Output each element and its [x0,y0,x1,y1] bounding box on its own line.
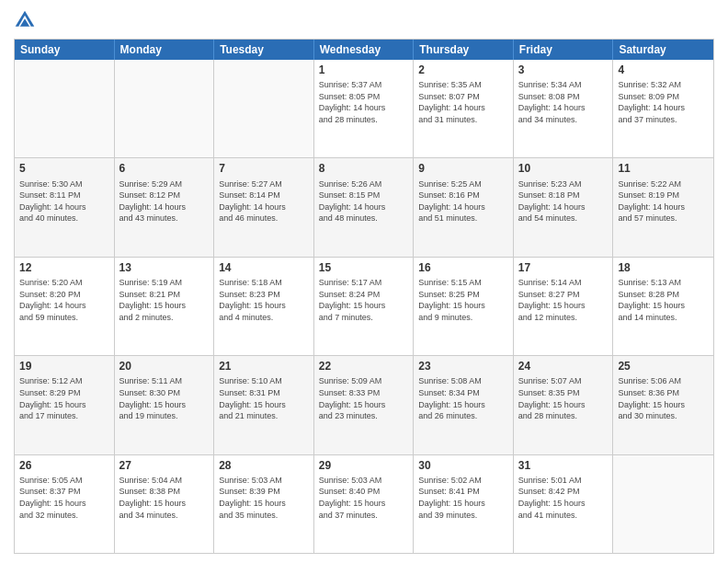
cell-info: Sunrise: 5:34 AM Sunset: 8:08 PM Dayligh… [518,79,609,125]
day-cell-21: 21Sunrise: 5:10 AM Sunset: 8:31 PM Dayli… [214,356,314,454]
day-number: 31 [518,458,609,473]
day-number: 20 [119,359,210,373]
cell-info: Sunrise: 5:30 AM Sunset: 8:11 PM Dayligh… [19,178,109,224]
cell-info: Sunrise: 5:11 AM Sunset: 8:30 PM Dayligh… [119,375,210,421]
calendar-row-3: 12Sunrise: 5:20 AM Sunset: 8:20 PM Dayli… [15,257,713,355]
day-number: 8 [319,161,409,176]
day-cell-1: 1Sunrise: 5:37 AM Sunset: 8:05 PM Daylig… [314,60,415,157]
cell-info: Sunrise: 5:02 AM Sunset: 8:41 PM Dayligh… [418,475,508,521]
cell-info: Sunrise: 5:17 AM Sunset: 8:24 PM Dayligh… [319,277,409,323]
day-number: 6 [119,161,210,176]
calendar-row-4: 19Sunrise: 5:12 AM Sunset: 8:29 PM Dayli… [15,355,713,454]
day-number: 15 [319,260,409,275]
day-number: 13 [119,260,210,275]
cell-info: Sunrise: 5:37 AM Sunset: 8:05 PM Dayligh… [319,79,409,125]
day-number: 17 [518,260,609,275]
cell-info: Sunrise: 5:32 AM Sunset: 8:09 PM Dayligh… [618,79,709,125]
day-number: 30 [418,458,508,473]
day-number: 14 [219,260,309,275]
header-monday: Monday [115,40,215,60]
day-number: 23 [418,359,508,373]
empty-cell [613,455,713,553]
day-cell-13: 13Sunrise: 5:19 AM Sunset: 8:21 PM Dayli… [115,258,215,355]
day-number: 26 [19,458,109,473]
header-tuesday: Tuesday [214,40,314,60]
day-number: 28 [219,458,309,473]
day-cell-31: 31Sunrise: 5:01 AM Sunset: 8:42 PM Dayli… [514,455,614,553]
header [14,9,714,31]
header-saturday: Saturday [613,40,713,60]
cell-info: Sunrise: 5:10 AM Sunset: 8:31 PM Dayligh… [219,375,309,421]
cell-info: Sunrise: 5:15 AM Sunset: 8:25 PM Dayligh… [418,277,508,323]
day-cell-23: 23Sunrise: 5:08 AM Sunset: 8:34 PM Dayli… [414,356,514,454]
day-cell-22: 22Sunrise: 5:09 AM Sunset: 8:33 PM Dayli… [314,356,415,454]
cell-info: Sunrise: 5:14 AM Sunset: 8:27 PM Dayligh… [518,277,609,323]
day-number: 21 [219,359,309,373]
cell-info: Sunrise: 5:25 AM Sunset: 8:16 PM Dayligh… [418,178,508,224]
day-number: 16 [418,260,508,275]
day-number: 27 [119,458,210,473]
logo [14,9,40,31]
day-number: 19 [19,359,109,373]
cell-info: Sunrise: 5:01 AM Sunset: 8:42 PM Dayligh… [518,475,609,521]
cell-info: Sunrise: 5:27 AM Sunset: 8:14 PM Dayligh… [219,178,309,224]
calendar-header: Sunday Monday Tuesday Wednesday Thursday… [15,40,713,60]
day-number: 10 [518,161,609,176]
cell-info: Sunrise: 5:08 AM Sunset: 8:34 PM Dayligh… [418,375,508,421]
day-number: 4 [618,63,709,77]
day-cell-27: 27Sunrise: 5:04 AM Sunset: 8:38 PM Dayli… [115,455,215,553]
cell-info: Sunrise: 5:22 AM Sunset: 8:19 PM Dayligh… [618,178,709,224]
calendar: Sunday Monday Tuesday Wednesday Thursday… [14,39,714,554]
cell-info: Sunrise: 5:19 AM Sunset: 8:21 PM Dayligh… [119,277,210,323]
cell-info: Sunrise: 5:35 AM Sunset: 8:07 PM Dayligh… [418,79,508,125]
header-sunday: Sunday [15,40,115,60]
day-cell-11: 11Sunrise: 5:22 AM Sunset: 8:19 PM Dayli… [613,158,713,256]
day-cell-19: 19Sunrise: 5:12 AM Sunset: 8:29 PM Dayli… [15,356,115,454]
day-cell-3: 3Sunrise: 5:34 AM Sunset: 8:08 PM Daylig… [514,60,614,157]
day-number: 22 [319,359,409,373]
page: Sunday Monday Tuesday Wednesday Thursday… [0,0,728,563]
day-cell-4: 4Sunrise: 5:32 AM Sunset: 8:09 PM Daylig… [613,60,713,157]
cell-info: Sunrise: 5:03 AM Sunset: 8:39 PM Dayligh… [219,475,309,521]
day-cell-2: 2Sunrise: 5:35 AM Sunset: 8:07 PM Daylig… [414,60,514,157]
day-cell-16: 16Sunrise: 5:15 AM Sunset: 8:25 PM Dayli… [414,258,514,355]
day-number: 5 [19,161,109,176]
day-number: 2 [418,63,508,77]
day-cell-25: 25Sunrise: 5:06 AM Sunset: 8:36 PM Dayli… [613,356,713,454]
day-cell-10: 10Sunrise: 5:23 AM Sunset: 8:18 PM Dayli… [514,158,614,256]
day-number: 18 [618,260,709,275]
cell-info: Sunrise: 5:05 AM Sunset: 8:37 PM Dayligh… [19,475,109,521]
calendar-row-5: 26Sunrise: 5:05 AM Sunset: 8:37 PM Dayli… [15,454,713,553]
day-number: 7 [219,161,309,176]
empty-cell [15,60,115,157]
cell-info: Sunrise: 5:26 AM Sunset: 8:15 PM Dayligh… [319,178,409,224]
day-cell-18: 18Sunrise: 5:13 AM Sunset: 8:28 PM Dayli… [613,258,713,355]
day-number: 25 [618,359,709,373]
day-number: 24 [518,359,609,373]
cell-info: Sunrise: 5:18 AM Sunset: 8:23 PM Dayligh… [219,277,309,323]
cell-info: Sunrise: 5:07 AM Sunset: 8:35 PM Dayligh… [518,375,609,421]
day-number: 11 [618,161,709,176]
day-number: 3 [518,63,609,77]
day-cell-15: 15Sunrise: 5:17 AM Sunset: 8:24 PM Dayli… [314,258,415,355]
cell-info: Sunrise: 5:29 AM Sunset: 8:12 PM Dayligh… [119,178,210,224]
day-cell-26: 26Sunrise: 5:05 AM Sunset: 8:37 PM Dayli… [15,455,115,553]
header-thursday: Thursday [414,40,514,60]
day-cell-8: 8Sunrise: 5:26 AM Sunset: 8:15 PM Daylig… [314,158,415,256]
header-friday: Friday [514,40,614,60]
day-number: 1 [319,63,409,77]
day-number: 29 [319,458,409,473]
day-number: 9 [418,161,508,176]
day-cell-9: 9Sunrise: 5:25 AM Sunset: 8:16 PM Daylig… [414,158,514,256]
day-number: 12 [19,260,109,275]
day-cell-28: 28Sunrise: 5:03 AM Sunset: 8:39 PM Dayli… [214,455,314,553]
day-cell-12: 12Sunrise: 5:20 AM Sunset: 8:20 PM Dayli… [15,258,115,355]
cell-info: Sunrise: 5:23 AM Sunset: 8:18 PM Dayligh… [518,178,609,224]
empty-cell [115,60,215,157]
calendar-row-2: 5Sunrise: 5:30 AM Sunset: 8:11 PM Daylig… [15,157,713,256]
day-cell-29: 29Sunrise: 5:03 AM Sunset: 8:40 PM Dayli… [314,455,415,553]
cell-info: Sunrise: 5:12 AM Sunset: 8:29 PM Dayligh… [19,375,109,421]
cell-info: Sunrise: 5:04 AM Sunset: 8:38 PM Dayligh… [119,475,210,521]
day-cell-30: 30Sunrise: 5:02 AM Sunset: 8:41 PM Dayli… [414,455,514,553]
cell-info: Sunrise: 5:06 AM Sunset: 8:36 PM Dayligh… [618,375,709,421]
